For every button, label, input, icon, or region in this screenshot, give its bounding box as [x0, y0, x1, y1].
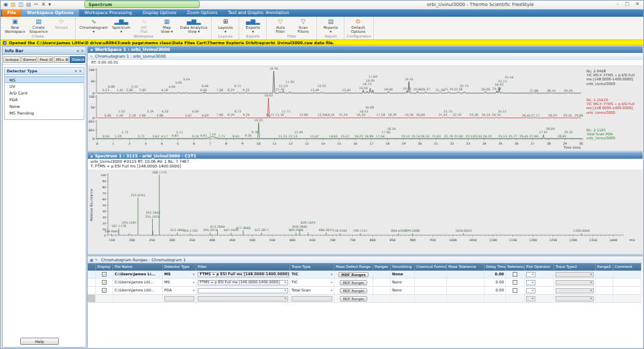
reference-checkbox[interactable] [513, 272, 517, 277]
auto-filter-button[interactable]: ▽AutoFilter [269, 17, 292, 33]
ribbon-tab-file[interactable]: File [2, 9, 21, 17]
table-row[interactable]: ✓C:\Users\James Littl...PDA▾▾Total Scan▾… [88, 287, 641, 295]
info-bar-tab-peak-de[interactable]: Peak De [38, 56, 53, 63]
svg-text:Relative Abundance: Relative Abundance [90, 189, 93, 221]
trace-type-dropdown-icon[interactable]: ▾ [331, 287, 332, 294]
save-icon[interactable]: ◫ [19, 1, 24, 8]
display-checkbox[interactable]: ✓ [102, 280, 107, 285]
detector-item-none[interactable]: None [5, 103, 84, 110]
filter-dropdown[interactable]: FTMS + p ESI Full ms [148.0000-1400.0000… [198, 280, 288, 285]
svg-text:0.55: 0.55 [103, 135, 109, 138]
svg-text:22.75: 22.75 [460, 84, 468, 88]
plot-operator-dropdown[interactable]: ▾ [526, 280, 535, 285]
mdf-ranges-button[interactable]: MDF Ranges [340, 296, 367, 301]
plot-operator-dropdown[interactable]: ▾ [526, 272, 535, 277]
data-analytics-view-button[interactable]: ▄▆▂Data AnalyticsView ▾ [178, 17, 210, 33]
open-file-icon[interactable]: ▨ [11, 1, 16, 8]
info-bar-tab-ms-bu[interactable]: MS+ Bu [54, 56, 69, 63]
close-file-icon[interactable]: ✕ [41, 1, 46, 8]
spectrum-plot[interactable]: 0102030405060708090100Relative Abundance… [88, 169, 641, 254]
svg-text:8.72: 8.72 [235, 110, 241, 113]
filter-dropdown[interactable]: FTMS + p ESI Full ms [148.0000-1400.0000… [198, 272, 290, 277]
chromatogram-button[interactable]: ∿Chromatogram▾ [78, 17, 110, 33]
reference-checkbox[interactable] [513, 288, 517, 293]
info-bar-tab-element[interactable]: Element [21, 56, 38, 63]
chromatogram-plot-region: 1005000.530.881.412.002.322.824.184.645.… [88, 66, 643, 151]
trace-type-dropdown-icon[interactable]: ▾ [331, 271, 332, 278]
minimize-button[interactable]: – [617, 1, 619, 7]
print-icon[interactable]: ▤ [26, 1, 31, 8]
info-bar-tab-detecto[interactable]: Detecto [70, 56, 85, 63]
table-row[interactable]: ✓C:\Users\James Li...MS▾FTMS + p ESI Ful… [88, 271, 641, 279]
cell-display: ✓ [96, 279, 113, 286]
display-checkbox[interactable]: ✓ [102, 288, 107, 293]
filter-dropdown[interactable]: ▾ [198, 288, 288, 293]
table-row[interactable]: ▾MDF Ranges▾▾ [88, 295, 641, 303]
mdf-ranges-button[interactable]: MDF Ranges [338, 272, 368, 277]
reference-checkbox[interactable] [513, 280, 517, 285]
chromatogram-plot[interactable]: 1005000.530.881.412.002.322.824.184.645.… [88, 66, 584, 151]
display-checkbox[interactable]: ✓ [102, 272, 107, 277]
detector-dropdown-icon[interactable]: ▾ [193, 271, 194, 278]
default-options-button[interactable]: ⚙DefaultOptions [346, 17, 369, 33]
svg-text:24: 24 [482, 142, 487, 145]
ribbon-tab-workspace-options[interactable]: Workspace Options [21, 9, 79, 17]
chevron-down-icon[interactable]: ▾ [77, 49, 79, 53]
svg-text:2: 2 [129, 142, 131, 145]
help-button[interactable]: Help [20, 338, 59, 345]
ribbon-tab-workspace-processing[interactable]: Workspace Processing [79, 9, 137, 17]
svg-text:10.01: 10.01 [254, 119, 263, 122]
ribbon-tab-display-options[interactable]: Display Options [137, 9, 182, 17]
detector-panel-close-icon[interactable]: ✕ [78, 69, 82, 73]
svg-text:50: 50 [90, 106, 94, 109]
close-button[interactable]: ✕ [635, 1, 639, 7]
scan-filters-button[interactable]: ▽ScanFilters [292, 17, 314, 33]
mdf-ranges-button[interactable]: MDF Ranges [340, 280, 367, 285]
map-view-button[interactable]: ▦MapView ▾ [155, 17, 178, 33]
detector-item-pda[interactable]: PDA [5, 96, 84, 103]
ribbon-tab-bar: FileWorkspace OptionsWorkspace Processin… [1, 9, 643, 17]
detector-item-a-d-card[interactable]: A/D Card [5, 90, 84, 96]
grid-icon[interactable]: ▦ [90, 258, 93, 262]
exports-button[interactable]: ▄▆▂Exports▾ [241, 17, 264, 33]
column-header-comment: Comment [613, 263, 641, 271]
info-bar-tab-isotope-s[interactable]: Isotope S [3, 56, 21, 63]
map-view-icon: ▦ [164, 18, 170, 25]
workspace-header[interactable]: ▪ WorkSpace 1 : orbi_Uvinul3000 [88, 46, 643, 53]
ribbon-tab-text-and-graphic-annotation[interactable]: Text and Graphic Annotation [222, 9, 294, 17]
info-bar-header-icons: ▾✕ [77, 49, 84, 53]
quick-access-dropdown-icon[interactable]: ▾ [48, 1, 51, 8]
detector-dropdown-icon[interactable]: ▾ [193, 287, 194, 294]
svg-text:30: 30 [579, 142, 583, 145]
detector-item-ms[interactable]: MS [5, 76, 84, 83]
create-sequence-button[interactable]: ▤CreateSequence [27, 17, 50, 33]
maximize-button[interactable]: ▢ [625, 1, 630, 7]
reports-button[interactable]: ▤Reports▾ [319, 17, 342, 33]
ribbon-tab-zoom-options[interactable]: Zoom Options [182, 9, 222, 17]
svg-text:2.80: 2.80 [139, 114, 145, 117]
chromatogram-header[interactable]: ∿ Chromatogram 1 : orbi_Uvinul3000 [88, 53, 643, 60]
trace-type-dropdown-icon[interactable]: ▾ [331, 279, 332, 286]
detector-panel-chevron-icon[interactable]: ▾ [75, 69, 77, 73]
spectrum-floating-tab[interactable]: Spectrum [84, 1, 200, 8]
layouts-button[interactable]: ⊞Layouts▾ [214, 17, 237, 33]
edit-icon[interactable]: ✎ [94, 258, 98, 262]
table-row[interactable]: ✓C:\Users\James Litt...MS▾FTMS + p ESI F… [88, 279, 641, 287]
new-workspace-button[interactable]: ▣NewWorkspace [3, 17, 27, 33]
svg-text:10.95: 10.95 [269, 67, 278, 70]
cut-icon[interactable]: ✂ [34, 1, 39, 8]
detector-item-ms-trending[interactable]: MS Trending [5, 110, 84, 117]
info-bar-close-icon[interactable]: ✕ [80, 49, 84, 53]
svg-text:1300: 1300 [569, 238, 577, 242]
detector-item-uv[interactable]: UV [5, 83, 84, 90]
svg-text:769.1151: 769.1151 [353, 229, 368, 232]
cell-comment [613, 287, 641, 294]
plot-operator-dropdown[interactable]: ▾ [526, 288, 535, 293]
mdf-ranges-button[interactable]: MDF Ranges [340, 288, 367, 293]
svg-text:26.45: 26.45 [519, 135, 528, 138]
detector-dropdown-icon[interactable]: ▾ [193, 279, 194, 286]
app-logo[interactable]: ◉ [3, 1, 8, 8]
svg-text:21.78: 21.78 [444, 135, 453, 138]
spectrum-header[interactable]: ▪ Spectrum 1 : 3115 - orbi_Uvinul3000 - … [88, 153, 643, 159]
spectrum-button[interactable]: ▂▆▃Spectrum▾ [110, 17, 133, 33]
